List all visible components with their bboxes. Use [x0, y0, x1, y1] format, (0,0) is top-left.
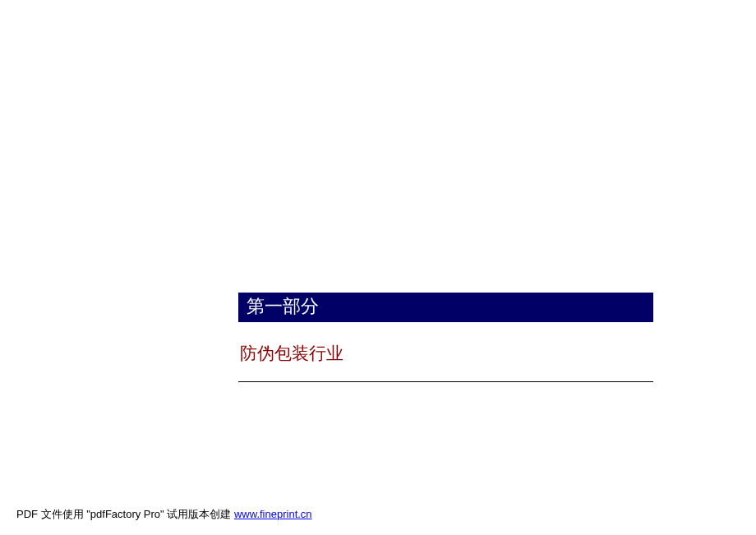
section-title: 防伪包装行业: [240, 342, 653, 365]
footer: PDF 文件使用 "pdfFactory Pro" 试用版本创建 www.fin…: [16, 507, 312, 522]
section-divider: [238, 381, 653, 382]
footer-text: PDF 文件使用 "pdfFactory Pro" 试用版本创建: [16, 508, 234, 520]
section-header: 第一部分: [238, 293, 653, 322]
footer-link[interactable]: www.fineprint.cn: [234, 508, 312, 520]
section-content: 第一部分 防伪包装行业: [238, 293, 653, 382]
